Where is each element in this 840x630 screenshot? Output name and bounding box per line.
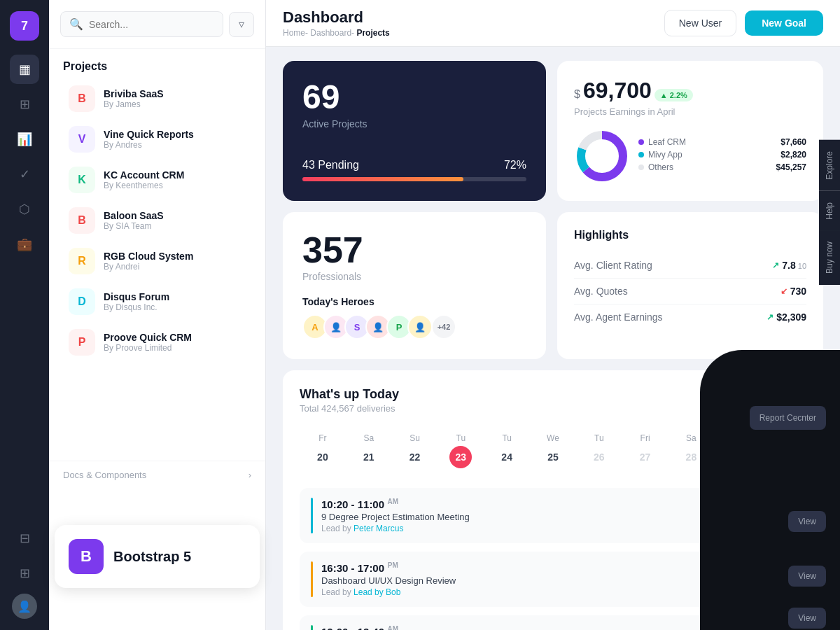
day-cell[interactable]: Su 29 xyxy=(714,428,760,474)
pending-label: 43 Pending xyxy=(302,159,359,172)
sidebar-item-rgb[interactable]: R RGB Cloud System By Andrei xyxy=(55,241,260,281)
nav-icon-layers[interactable]: ⬡ xyxy=(10,195,39,224)
project-name-baloon: Baloon SaaS xyxy=(104,210,246,221)
project-name-kc: KC Account CRM xyxy=(104,169,246,181)
bootstrap-card: B Bootstrap 5 xyxy=(55,525,260,588)
day-cell[interactable]: Fr 20 xyxy=(300,428,346,474)
tab-explore[interactable]: Explore xyxy=(819,140,840,191)
event-details: 10:20 - 11:00 AM 9 Degree Project Estima… xyxy=(321,498,745,533)
project-logo-baloon: B xyxy=(69,207,95,234)
project-name-disqus: Disqus Forum xyxy=(104,291,246,302)
new-user-button[interactable]: New User xyxy=(664,10,736,36)
earnings-card: $ 69,700 ▲ 2.2% Projects Earnings in Apr… xyxy=(557,61,823,201)
main-content: 69 Active Projects 43 Pending 72% $ 69,7… xyxy=(266,47,840,630)
event-time: 12:00 - 13:40 AM xyxy=(321,625,745,630)
event-ampm: PM xyxy=(386,561,398,569)
trend-icon: ↗ xyxy=(766,312,774,322)
earnings-subtitle: Projects Earnings in April xyxy=(574,106,806,117)
user-avatar[interactable]: 👤 xyxy=(12,594,37,619)
day-cell[interactable]: Fri 27 xyxy=(622,428,668,474)
sidebar-item-proove[interactable]: P Proove Quick CRM By Proove Limited xyxy=(55,322,260,363)
earnings-amount-row: $ 69,700 ▲ 2.2% xyxy=(574,78,806,104)
day-cell[interactable]: Tu 23 xyxy=(438,428,484,474)
highlights-card: Highlights Avg. Client Rating ↗ 7.8 10 A… xyxy=(557,212,823,359)
sidebar: 🔍 ▿ Projects B Briviba SaaS By James V V… xyxy=(49,0,266,630)
event-lead-link[interactable]: Lead by Bob xyxy=(354,587,400,597)
day-cell[interactable]: Tu 24 xyxy=(484,428,530,474)
currency-symbol: $ xyxy=(574,88,580,101)
sidebar-item-kc[interactable]: K KC Account CRM By Keenthemes xyxy=(55,160,260,200)
legend-left: Leaf CRM xyxy=(638,137,686,147)
event-border xyxy=(311,625,313,630)
sidebar-item-briviba[interactable]: B Briviba SaaS By James xyxy=(55,78,260,119)
tab-help[interactable]: Help xyxy=(819,191,840,231)
professionals-count: 357 xyxy=(302,232,526,268)
new-goal-button[interactable]: New Goal xyxy=(745,10,823,36)
sidebar-item-baloon[interactable]: B Baloon SaaS By SIA Team xyxy=(55,200,260,241)
day-number: 23 xyxy=(449,446,472,468)
app-version-badge[interactable]: 7 xyxy=(10,11,39,41)
heroes-avatars: A 👤 S 👤 P 👤 +42 xyxy=(302,314,526,340)
bootstrap-icon: B xyxy=(69,539,104,574)
report-center-button[interactable]: Report Cecnter xyxy=(750,406,826,430)
nav-icon-grid[interactable]: ⊞ xyxy=(10,90,39,119)
nav-icon-briefcase[interactable]: 💼 xyxy=(10,230,39,259)
legend-label: Leaf CRM xyxy=(648,137,686,147)
project-author-kc: By Keenthemes xyxy=(104,181,246,190)
tab-buy-now[interactable]: Buy now xyxy=(819,230,840,285)
hero-more: +42 xyxy=(431,314,456,340)
legend-left: Others xyxy=(638,162,673,172)
professionals-card: 357 Professionals Today's Heroes A 👤 S 👤… xyxy=(283,212,546,359)
sidebar-item-vine[interactable]: V Vine Quick Reports By Andres xyxy=(55,119,260,160)
search-input[interactable] xyxy=(89,19,214,30)
nav-icon-modules[interactable]: ⊞ xyxy=(10,559,39,588)
breadcrumb-home[interactable]: Home- xyxy=(283,28,308,38)
day-number: 28 xyxy=(680,446,702,468)
event-details: 16:30 - 17:00 PM Dashboard UI/UX Design … xyxy=(321,561,745,597)
day-cell[interactable]: Mo 30 xyxy=(760,428,806,474)
day-name: Sa xyxy=(363,433,374,443)
highlight-label: Avg. Quotes xyxy=(574,286,628,297)
day-number: 25 xyxy=(542,446,564,468)
legend-dot xyxy=(638,164,644,170)
event-lead-link[interactable]: Peter Marcus xyxy=(354,524,403,533)
progress-bar-bg xyxy=(302,177,526,181)
footer-arrow[interactable]: › xyxy=(248,470,251,480)
filter-icon: ▿ xyxy=(239,18,244,31)
day-cell[interactable]: Su 22 xyxy=(392,428,438,474)
breadcrumb-dash[interactable]: Dashboard- xyxy=(310,28,354,38)
highlight-value: ↗ $2,309 xyxy=(766,312,806,323)
left-nav: 7 ▦ ⊞ 📊 ✓ ⬡ 💼 ⊟ ⊞ 👤 xyxy=(0,0,49,630)
day-cell[interactable]: Sa 21 xyxy=(346,428,392,474)
filter-button[interactable]: ▿ xyxy=(229,12,254,37)
project-info-baloon: Baloon SaaS By SIA Team xyxy=(104,210,246,231)
sidebar-item-disqus[interactable]: D Disqus Forum By Disqus Inc. xyxy=(55,281,260,322)
day-name: Sa xyxy=(686,433,696,443)
nav-icon-dashboard[interactable]: ▦ xyxy=(10,55,39,84)
highlight-value: ↗ 7.8 10 xyxy=(772,260,806,271)
day-name: Su xyxy=(410,433,420,443)
topbar-title-area: Dashboard Home- Dashboard- Projects xyxy=(283,8,656,38)
event-ampm: AM xyxy=(386,625,398,630)
hero-avatar-6: 👤 xyxy=(407,314,433,340)
active-count: 69 xyxy=(302,80,526,114)
search-box[interactable]: 🔍 xyxy=(60,11,223,37)
highlight-amount: 730 xyxy=(790,286,806,297)
day-cell[interactable]: Sa 28 xyxy=(668,428,715,474)
view-button-2[interactable]: View xyxy=(788,566,826,587)
view-button-1[interactable]: View xyxy=(788,511,826,532)
earnings-badge: ▲ 2.2% xyxy=(654,89,693,102)
nav-icon-check[interactable]: ✓ xyxy=(10,160,39,189)
legend-item: Mivy App $2,820 xyxy=(638,150,806,160)
legend-dot xyxy=(638,139,644,145)
project-author-proove: By Proove Limited xyxy=(104,343,246,353)
highlight-value: ↙ 730 xyxy=(780,286,806,297)
events-list: 10:20 - 11:00 AM 9 Degree Project Estima… xyxy=(300,488,806,630)
day-cell[interactable]: Tu 26 xyxy=(576,428,622,474)
project-logo-rgb: R xyxy=(69,248,95,274)
nav-icon-chart[interactable]: 📊 xyxy=(10,125,39,154)
project-info-rgb: RGB Cloud System By Andrei xyxy=(104,251,246,272)
view-button-3[interactable]: View xyxy=(788,608,826,629)
day-cell[interactable]: We 25 xyxy=(530,428,576,474)
nav-icon-settings[interactable]: ⊟ xyxy=(10,524,39,553)
